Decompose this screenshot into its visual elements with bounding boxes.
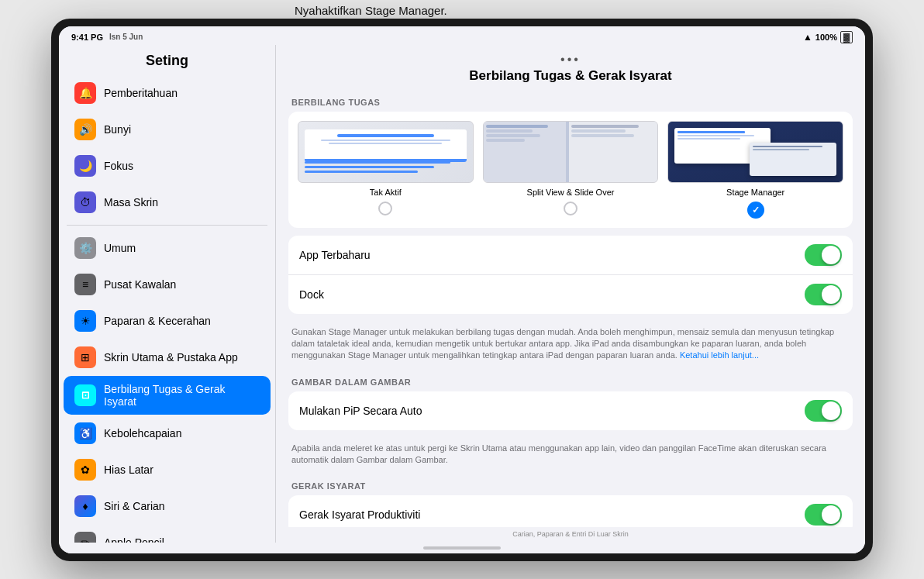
status-right: ▲ 100% ▓ — [803, 31, 853, 43]
hias-latar-label: Hias Latar — [104, 464, 153, 476]
option-split-view[interactable]: Split View & Slide Over — [483, 121, 659, 219]
detail-title: Berbilang Tugas & Gerak Isyarat — [291, 68, 850, 84]
siri-label: Siri & Carian — [104, 500, 165, 512]
kebolehcapaian-icon: ♿ — [74, 422, 96, 444]
day: Isn 5 Jun — [109, 33, 143, 41]
sidebar-item-berbilang-tugas[interactable]: ⊡ Berbilang Tugas & Gerak Isyarat — [64, 376, 271, 415]
stage-bg — [668, 122, 843, 182]
status-left: 9:41 PG Isn 5 Jun — [71, 33, 143, 42]
stage-manager-info: Gunakan Stage Manager untuk melakukan be… — [288, 322, 853, 370]
tak-aktif-window — [305, 129, 467, 163]
pip-info: Apabila anda meleret ke atas untuk pergi… — [288, 438, 853, 474]
fokus-icon: 🌙 — [74, 155, 96, 177]
gesture-group: Gerak Isyarat Produktiviti — [288, 495, 853, 526]
masa-skrin-icon: ⏱ — [74, 191, 96, 213]
header-dots: ••• — [291, 53, 850, 68]
ipad-screen: 9:41 PG Isn 5 Jun ▲ 100% ▓ Seting 🔔 — [59, 26, 865, 553]
section-berbilang-tugas-label: BERBILANG TUGAS — [291, 98, 850, 107]
skrin-utama-icon: ⊞ — [74, 346, 96, 368]
top-callout-text: Nyahaktifkan Stage Manager. — [295, 4, 447, 17]
fokus-label: Fokus — [104, 160, 133, 172]
main-content: Seting 🔔 Pemberitahuan 🔊 Bun — [59, 45, 865, 543]
section-gesture-label: GERAK ISYARAT — [291, 481, 850, 491]
pip-toggle[interactable] — [805, 400, 842, 422]
dock-label: Dock — [299, 288, 324, 301]
dock-toggle[interactable] — [805, 284, 842, 305]
gesture-toggle[interactable] — [805, 504, 842, 526]
sidebar-item-paparan[interactable]: ☀ Paparan & Kecerahan — [64, 303, 271, 339]
hias-latar-icon: ✿ — [74, 459, 96, 481]
sidebar-item-siri-carian[interactable]: ♦ Siri & Carian — [64, 488, 271, 524]
split-view-label: Split View & Slide Over — [527, 188, 615, 197]
pip-group: Mulakan PiP Secara Auto — [288, 391, 853, 430]
toggles-group: App Terbaharu Dock — [288, 236, 853, 314]
umum-label: Umum — [104, 242, 136, 254]
siri-icon: ♦ — [74, 495, 96, 517]
option-tak-aktif[interactable]: Tak Aktif — [298, 121, 474, 219]
app-terbaharu-row[interactable]: App Terbaharu — [288, 236, 853, 275]
kebolehcapaian-label: Kebolehcapaian — [104, 427, 181, 439]
sidebar-item-pusat-kawalan[interactable]: ≡ Pusat Kawalan — [64, 267, 271, 302]
split-view-radio[interactable] — [564, 202, 578, 215]
split-view-preview — [483, 121, 659, 183]
stage-win2 — [750, 143, 836, 176]
berbilang-tugas-label: Berbilang Tugas & Gerak Isyarat — [104, 383, 260, 408]
multitask-options-card: Tak Aktif — [288, 112, 853, 228]
sidebar-item-umum[interactable]: ⚙️ Umum — [64, 230, 271, 266]
paparan-icon: ☀ — [74, 310, 96, 332]
umum-icon: ⚙️ — [74, 237, 96, 259]
battery-text: 100% — [815, 33, 837, 42]
gesture-row[interactable]: Gerak Isyarat Produktiviti — [288, 495, 853, 526]
pemberitahuan-icon: 🔔 — [74, 82, 96, 104]
sidebar-item-apple-pencil[interactable]: ✏ Apple Pencil — [64, 525, 271, 543]
detail-header: ••• Berbilang Tugas & Gerak Isyarat — [276, 45, 865, 90]
tak-aktif-lines — [305, 161, 467, 173]
wifi-icon: ▲ — [803, 32, 812, 43]
bottom-bar: Carian, Paparan & Entri Di Luar Skrin — [276, 527, 865, 543]
apple-pencil-icon: ✏ — [74, 532, 96, 543]
detail-scroll[interactable]: BERBILANG TUGAS — [276, 90, 865, 527]
tak-aktif-label: Tak Aktif — [370, 188, 402, 197]
sidebar-item-kebolehcapaian[interactable]: ♿ Kebolehcapaian — [64, 415, 271, 451]
battery-icon: ▓ — [840, 31, 853, 43]
bunyi-icon: 🔊 — [74, 119, 96, 140]
paparan-label: Paparan & Kecerahan — [104, 315, 211, 327]
sidebar-list: 🔔 Pemberitahuan 🔊 Bunyi 🌙 — [59, 75, 275, 543]
bunyi-label: Bunyi — [104, 123, 131, 136]
masa-skrin-label: Masa Skrin — [104, 196, 158, 209]
stage-manager-radio[interactable] — [747, 202, 764, 219]
pip-label: Mulakan PiP Secara Auto — [299, 405, 422, 417]
stage-manager-preview — [667, 121, 843, 183]
sidebar-item-hias-latar[interactable]: ✿ Hias Latar — [64, 452, 271, 488]
bottom-text: Carian, Paparan & Entri Di Luar Skrin — [512, 530, 629, 538]
info-link[interactable]: Ketahui lebih lanjut... — [680, 350, 759, 360]
sidebar-item-fokus[interactable]: 🌙 Fokus — [64, 148, 271, 184]
stage-manager-label: Stage Manager — [726, 188, 784, 197]
time: 9:41 PG — [71, 33, 103, 42]
sidebar-title: Seting — [59, 45, 275, 75]
ipad-frame: 9:41 PG Isn 5 Jun ▲ 100% ▓ Seting 🔔 — [51, 19, 873, 561]
berbilang-tugas-icon: ⊡ — [74, 384, 96, 406]
pip-row[interactable]: Mulakan PiP Secara Auto — [288, 391, 853, 430]
gesture-label: Gerak Isyarat Produktiviti — [299, 508, 420, 521]
split-right — [569, 122, 658, 182]
sidebar-item-skrin-utama[interactable]: ⊞ Skrin Utama & Pustaka App — [64, 339, 271, 375]
sidebar-item-pemberitahuan[interactable]: 🔔 Pemberitahuan — [64, 75, 271, 111]
app-terbaharu-label: App Terbaharu — [299, 249, 371, 261]
sidebar-item-bunyi[interactable]: 🔊 Bunyi — [64, 112, 271, 147]
section-pip-label: GAMBAR DALAM GAMBAR — [291, 377, 850, 387]
detail-panel: ••• Berbilang Tugas & Gerak Isyarat BERB… — [276, 45, 865, 543]
home-indicator — [423, 546, 501, 550]
sidebar: Seting 🔔 Pemberitahuan 🔊 Bun — [59, 45, 276, 543]
sidebar-divider-1 — [67, 225, 267, 226]
pusat-kawalan-label: Pusat Kawalan — [104, 278, 176, 291]
pusat-kawalan-icon: ≡ — [74, 274, 96, 295]
app-terbaharu-toggle[interactable] — [805, 244, 842, 266]
status-bar: 9:41 PG Isn 5 Jun ▲ 100% ▓ — [59, 26, 865, 45]
sidebar-item-masa-skrin[interactable]: ⏱ Masa Skrin — [64, 184, 271, 220]
dock-row[interactable]: Dock — [288, 275, 853, 314]
tak-aktif-radio[interactable] — [378, 202, 392, 215]
home-indicator-bar — [59, 543, 865, 553]
pemberitahuan-label: Pemberitahuan — [104, 87, 178, 99]
option-stage-manager[interactable]: Stage Manager — [667, 121, 843, 219]
